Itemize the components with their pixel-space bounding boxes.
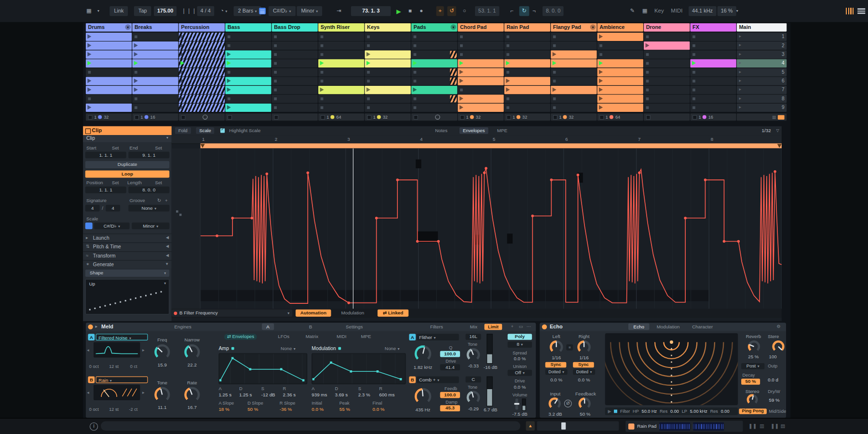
position-value[interactable]: 1. 1. 1 — [85, 187, 126, 193]
narrow-knob[interactable] — [184, 344, 200, 360]
crossfader[interactable] — [537, 421, 619, 431]
tempo-display[interactable]: 175.00 — [154, 6, 176, 16]
stereo-knob[interactable] — [747, 394, 758, 405]
clip-slot[interactable] — [458, 86, 503, 94]
clip-slot[interactable] — [365, 50, 411, 58]
track-header[interactable]: Keys — [365, 23, 411, 31]
clip-slot[interactable] — [691, 59, 736, 68]
clip-slot[interactable] — [179, 95, 225, 103]
mod-peak-value[interactable]: 55 % — [339, 407, 350, 412]
mix-b-tone-knob[interactable] — [467, 391, 480, 404]
clip-slot[interactable] — [132, 77, 178, 85]
scene-slot[interactable]: ▸6 — [737, 77, 787, 85]
tone-knob[interactable] — [154, 387, 170, 402]
loop-end-marker[interactable] — [777, 144, 782, 148]
clip-stop-button[interactable]: 132 — [504, 113, 550, 121]
clip-slot[interactable] — [504, 33, 550, 41]
midi-map-button[interactable]: MIDI — [671, 6, 682, 16]
scene-slot[interactable]: ▸8 — [737, 95, 787, 103]
clip-slot[interactable] — [644, 104, 690, 112]
arrangement-position[interactable]: 73. 1. 3 — [351, 6, 391, 16]
clip-slot[interactable] — [551, 104, 597, 112]
mod-r-value[interactable]: 600 ms — [379, 392, 394, 397]
right-delay-time[interactable]: 1/16 — [576, 355, 592, 360]
clip-waveform-thumbnail[interactable] — [693, 422, 724, 430]
clip-slot[interactable] — [551, 77, 597, 85]
group-fold-icon[interactable]: ▾ — [125, 25, 130, 30]
clip-slot[interactable] — [691, 33, 736, 41]
panel-icon[interactable]: ▭ — [519, 324, 523, 329]
track-header[interactable]: Pads▾ — [411, 23, 457, 31]
tab-lfos[interactable]: LFOs — [275, 334, 292, 340]
clip-slot[interactable] — [691, 104, 736, 112]
clip-slot[interactable] — [365, 77, 411, 85]
panel-toggle-icon[interactable]: ▤ — [781, 423, 786, 429]
tab-notes[interactable]: Notes — [432, 127, 450, 134]
clip-slot[interactable] — [272, 86, 318, 94]
tab-matrix[interactable]: Matrix — [303, 334, 321, 340]
clip-slot[interactable] — [504, 104, 550, 112]
grid-mode-icon[interactable]: ▦ — [86, 6, 92, 16]
spread-value[interactable]: 0.0 % — [508, 356, 532, 361]
end-value[interactable]: 9. 1. 1 — [128, 152, 169, 159]
filter-b-damp-value[interactable]: 45.3 — [440, 405, 460, 411]
phase-invert-toggle[interactable]: Ø — [564, 400, 572, 407]
feedback-knob[interactable] — [579, 397, 591, 409]
draw-mode-icon[interactable]: ✎ — [630, 6, 635, 16]
clip-slot[interactable] — [691, 41, 736, 50]
clip-stop-button[interactable]: 164 — [597, 113, 643, 121]
follow-icon[interactable]: ⇥ — [337, 6, 341, 16]
clip-slot[interactable] — [86, 41, 132, 50]
amp-rslope-value[interactable]: -36 % — [280, 407, 292, 412]
groove-commit-icon[interactable]: ↻ — [157, 198, 161, 203]
mix-b-pan[interactable]: C — [465, 377, 481, 383]
clip-stop-button[interactable] — [411, 113, 457, 121]
filter-a-freq-knob[interactable] — [415, 345, 431, 362]
clip-slot[interactable] — [597, 104, 643, 112]
clip-slot[interactable] — [411, 86, 457, 94]
clip-slot[interactable] — [597, 77, 643, 85]
clip-slot[interactable] — [551, 41, 597, 50]
echo-tab-character[interactable]: Character — [687, 323, 718, 330]
clip-slot[interactable] — [644, 95, 690, 103]
clip-slot[interactable] — [179, 104, 225, 112]
shape-type-label[interactable]: Up — [89, 281, 95, 286]
clip-slot[interactable] — [458, 68, 503, 76]
voice-count-select[interactable]: 8▾ — [508, 341, 532, 348]
scene-slot[interactable]: ▸9 — [737, 104, 787, 112]
clip-slot[interactable] — [365, 41, 411, 50]
clip-stop-button[interactable]: 116 — [132, 113, 178, 121]
decay-value[interactable]: 50 % — [741, 379, 760, 385]
set-position-button[interactable]: Set — [112, 180, 119, 185]
mod-a-value[interactable]: 939 ms — [312, 392, 327, 397]
track-header[interactable]: Bass — [225, 23, 271, 31]
reverb-position-select[interactable]: Post▾ — [741, 363, 764, 369]
chevron-down-icon[interactable]: ▾ — [97, 6, 99, 16]
clip-slot[interactable] — [365, 95, 411, 103]
chevron-down-icon[interactable]: ▾ — [164, 281, 166, 285]
clip-slot[interactable] — [272, 104, 318, 112]
clip-slot[interactable] — [318, 68, 364, 76]
set-end-button[interactable]: Set — [155, 145, 162, 150]
left-delay-time[interactable]: 1/16 — [549, 355, 564, 360]
duplicate-button[interactable]: Duplicate — [85, 161, 169, 168]
clip-slot[interactable] — [597, 41, 643, 50]
info-icon[interactable]: i — [90, 422, 98, 431]
clip-stop-button[interactable]: 132 — [551, 113, 597, 121]
engine-b-select[interactable]: Rain▾ — [96, 377, 148, 383]
clip-slot[interactable] — [504, 86, 550, 94]
clip-slot[interactable] — [411, 33, 457, 41]
automation-arm-icon[interactable]: ↺ — [448, 6, 457, 16]
prev-engine-icon[interactable]: ◂ — [87, 390, 89, 395]
clip-slot[interactable] — [458, 41, 503, 50]
track-header[interactable]: Synth Riser — [318, 23, 364, 31]
clip-stop-button[interactable] — [225, 113, 271, 121]
clip-slot[interactable] — [365, 68, 411, 76]
output-value[interactable]: 0.0 d — [768, 377, 778, 382]
stereo-link-icon[interactable]: = — [566, 344, 573, 351]
clip-slot[interactable] — [318, 77, 364, 85]
input-knob[interactable] — [549, 397, 561, 409]
chevron-down-icon[interactable]: ▾ — [736, 6, 738, 16]
highlight-scale-checkbox[interactable] — [220, 128, 225, 133]
echo-filter-strip[interactable]: ▶ Filter HP 50.0 Hz Res 0.00 LP 5.00 kHz… — [605, 407, 738, 415]
